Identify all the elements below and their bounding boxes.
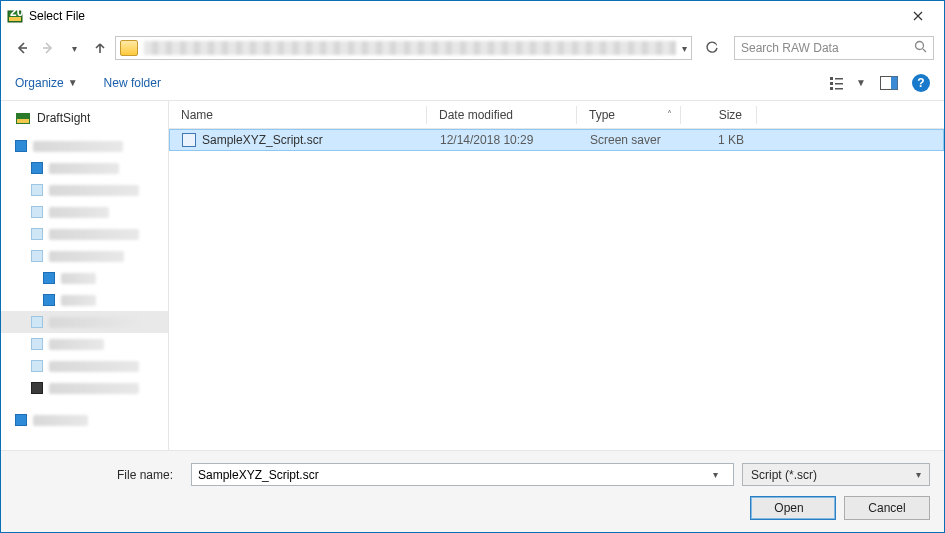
file-type: Screen saver: [578, 133, 682, 147]
file-dialog: 2018 Select File ▾ ▾: [0, 0, 945, 533]
close-button[interactable]: [898, 1, 938, 31]
col-date[interactable]: Date modified: [427, 106, 577, 124]
svg-rect-5: [835, 78, 843, 80]
svg-point-3: [916, 42, 924, 50]
column-headers: Name Date modified Type˄ Size: [169, 101, 944, 129]
arrow-up-icon: [93, 41, 107, 55]
filename-field-wrap[interactable]: ▾: [191, 463, 734, 486]
svg-rect-8: [830, 87, 833, 90]
organize-label: Organize: [15, 76, 64, 90]
sidebar-item[interactable]: [1, 311, 168, 333]
file-name: SampleXYZ_Script.scr: [202, 133, 323, 147]
sidebar-item[interactable]: [1, 157, 168, 179]
folder-icon: [120, 40, 138, 56]
app-icon: 2018: [7, 8, 23, 24]
filename-input[interactable]: [198, 468, 703, 482]
file-size: 1 KB: [682, 133, 758, 147]
svg-text:2018: 2018: [10, 8, 23, 19]
footer: File name: ▾ Script (*.scr) ▾ Open Cance…: [1, 450, 944, 532]
file-row[interactable]: SampleXYZ_Script.scr 12/14/2018 10:29 Sc…: [169, 129, 944, 151]
chevron-down-icon: ▾: [916, 469, 921, 480]
help-icon: ?: [917, 76, 924, 90]
sort-caret-icon: ˄: [667, 109, 680, 120]
sidebar-item[interactable]: [1, 289, 168, 311]
sidebar-item-draftsight[interactable]: DraftSight: [1, 107, 168, 129]
titlebar: 2018 Select File: [1, 1, 944, 31]
sidebar-item[interactable]: [1, 245, 168, 267]
sidebar-item[interactable]: [1, 333, 168, 355]
sidebar-item[interactable]: [1, 223, 168, 245]
body: DraftSight Name Date modified Type˄ Si: [1, 101, 944, 450]
file-content: Name Date modified Type˄ Size SampleXYZ_…: [169, 101, 944, 450]
col-size[interactable]: Size: [681, 106, 757, 124]
recent-dropdown[interactable]: ▾: [63, 37, 85, 59]
filename-label: File name:: [15, 468, 183, 482]
up-button[interactable]: [89, 37, 111, 59]
organize-menu[interactable]: Organize ▼: [15, 76, 78, 90]
sidebar-item[interactable]: [1, 377, 168, 399]
chevron-down-icon[interactable]: ▾: [682, 43, 687, 54]
view-options-button[interactable]: ▼: [830, 76, 866, 90]
list-view-icon: [830, 76, 852, 90]
col-type[interactable]: Type˄: [577, 106, 681, 124]
svg-rect-9: [835, 88, 843, 90]
col-name[interactable]: Name: [169, 106, 427, 124]
sidebar-item[interactable]: [1, 179, 168, 201]
file-type-filter[interactable]: Script (*.scr) ▾: [742, 463, 930, 486]
toolbar: Organize ▼ New folder ▼ ?: [1, 65, 944, 101]
close-icon: [913, 11, 923, 21]
sidebar-item[interactable]: [1, 355, 168, 377]
svg-rect-4: [830, 77, 833, 80]
chevron-down-icon[interactable]: ▾: [703, 469, 727, 480]
file-icon: [182, 133, 196, 147]
chevron-down-icon: ▼: [68, 77, 78, 88]
svg-rect-13: [17, 119, 29, 123]
nav-row: ▾ ▾: [1, 31, 944, 65]
file-list[interactable]: SampleXYZ_Script.scr 12/14/2018 10:29 Sc…: [169, 129, 944, 450]
filter-label: Script (*.scr): [751, 468, 817, 482]
search-icon: [914, 40, 927, 56]
open-button[interactable]: Open: [750, 496, 836, 520]
chevron-down-icon: ▾: [72, 43, 77, 54]
file-date: 12/14/2018 10:29: [428, 133, 578, 147]
sidebar-item[interactable]: [1, 267, 168, 289]
sidebar-item[interactable]: [1, 201, 168, 223]
draftsight-icon: [15, 110, 31, 126]
breadcrumb-path-obscured: [144, 41, 676, 55]
breadcrumb[interactable]: ▾: [115, 36, 692, 60]
arrow-right-icon: [41, 41, 55, 55]
chevron-down-icon: ▼: [856, 77, 866, 88]
help-button[interactable]: ?: [912, 74, 930, 92]
window-title: Select File: [29, 9, 85, 23]
search-input[interactable]: [741, 41, 914, 55]
new-folder-button[interactable]: New folder: [104, 76, 161, 90]
preview-pane-button[interactable]: [880, 76, 898, 90]
search-box[interactable]: [734, 36, 934, 60]
refresh-icon: [705, 41, 719, 55]
cancel-button[interactable]: Cancel: [844, 496, 930, 520]
svg-rect-11: [891, 76, 898, 89]
svg-rect-7: [835, 83, 843, 85]
arrow-left-icon: [15, 41, 29, 55]
refresh-button[interactable]: [700, 36, 724, 60]
sidebar: DraftSight: [1, 101, 169, 450]
sidebar-item[interactable]: [1, 409, 168, 431]
preview-pane-icon: [880, 76, 898, 90]
forward-button[interactable]: [37, 37, 59, 59]
back-button[interactable]: [11, 37, 33, 59]
sidebar-item[interactable]: [1, 135, 168, 157]
svg-rect-6: [830, 82, 833, 85]
sidebar-item-label: DraftSight: [37, 111, 90, 125]
